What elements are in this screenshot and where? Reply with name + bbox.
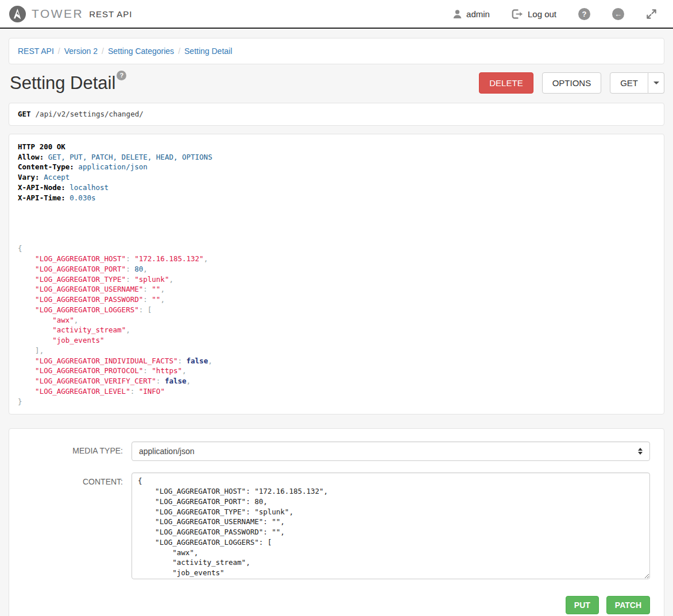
request-method: GET xyxy=(18,110,31,118)
logout-text: Log out xyxy=(528,9,556,19)
brand-tower-text: TOWER xyxy=(32,7,83,21)
breadcrumb-separator: / xyxy=(54,47,64,56)
page-header: Setting Detail? DELETE OPTIONS GET xyxy=(10,72,664,94)
breadcrumb-separator: / xyxy=(98,47,108,56)
title-help-icon[interactable]: ? xyxy=(117,71,126,80)
request-line: GET/api/v2/settings/changed/ xyxy=(18,109,655,119)
user-icon xyxy=(452,9,462,19)
logout-button[interactable]: Log out xyxy=(512,9,556,19)
expand-icon[interactable] xyxy=(646,9,657,20)
breadcrumb-setting-categories[interactable]: Setting Categories xyxy=(108,47,174,56)
help-icon[interactable]: ? xyxy=(578,8,590,20)
brand[interactable]: TOWER REST API xyxy=(9,5,133,23)
content-form-panel: MEDIA TYPE: application/json CONTENT: { … xyxy=(9,428,664,616)
content-label: CONTENT: xyxy=(18,472,131,581)
breadcrumb: REST API/Version 2/Setting Categories/Se… xyxy=(9,38,664,64)
breadcrumb-version-2[interactable]: Version 2 xyxy=(64,47,98,56)
patch-button[interactable]: PATCH xyxy=(606,596,650,614)
put-button[interactable]: PUT xyxy=(566,596,599,614)
media-type-row: MEDIA TYPE: application/json xyxy=(18,441,650,461)
ansible-tower-logo-icon xyxy=(9,5,26,23)
navbar-right: admin Log out ? ← xyxy=(452,8,657,20)
response-pre: HTTP 200 OK Allow: GET, PUT, PATCH, DELE… xyxy=(18,142,655,407)
breadcrumb-rest-api[interactable]: REST API xyxy=(18,47,54,56)
media-type-select[interactable]: application/json xyxy=(131,441,650,461)
media-type-selected-value: application/json xyxy=(139,447,195,456)
get-button-group: GET xyxy=(610,72,664,94)
back-icon[interactable]: ← xyxy=(612,8,624,20)
navbar: TOWER REST API admin Log out ? ← xyxy=(0,0,673,29)
brand-restapi-text: REST API xyxy=(89,9,132,19)
media-type-label: MEDIA TYPE: xyxy=(18,441,131,461)
chevron-down-icon xyxy=(653,82,659,84)
request-info-panel: GET/api/v2/settings/changed/ xyxy=(9,103,664,126)
get-dropdown-button[interactable] xyxy=(648,72,664,94)
breadcrumb-setting-detail[interactable]: Setting Detail xyxy=(184,47,232,56)
request-path: /api/v2/settings/changed/ xyxy=(36,110,144,118)
form-buttons: PUT PATCH xyxy=(18,596,650,614)
select-arrows-icon xyxy=(638,448,643,455)
logout-icon xyxy=(512,9,524,19)
content-textarea[interactable]: { "LOG_AGGREGATOR_HOST": "172.16.185.132… xyxy=(131,472,650,579)
response-panel: HTTP 200 OK Allow: GET, PUT, PATCH, DELE… xyxy=(9,134,664,415)
username-text: admin xyxy=(466,9,490,19)
page-title: Setting Detail? xyxy=(10,73,126,94)
get-button[interactable]: GET xyxy=(610,72,648,94)
delete-button[interactable]: DELETE xyxy=(479,72,533,94)
user-menu[interactable]: admin xyxy=(452,9,490,19)
content-row: CONTENT: { "LOG_AGGREGATOR_HOST": "172.1… xyxy=(18,472,650,581)
breadcrumb-separator: / xyxy=(174,47,184,56)
page-title-text: Setting Detail xyxy=(10,73,115,93)
header-buttons: DELETE OPTIONS GET xyxy=(479,72,664,94)
options-button[interactable]: OPTIONS xyxy=(542,72,602,94)
